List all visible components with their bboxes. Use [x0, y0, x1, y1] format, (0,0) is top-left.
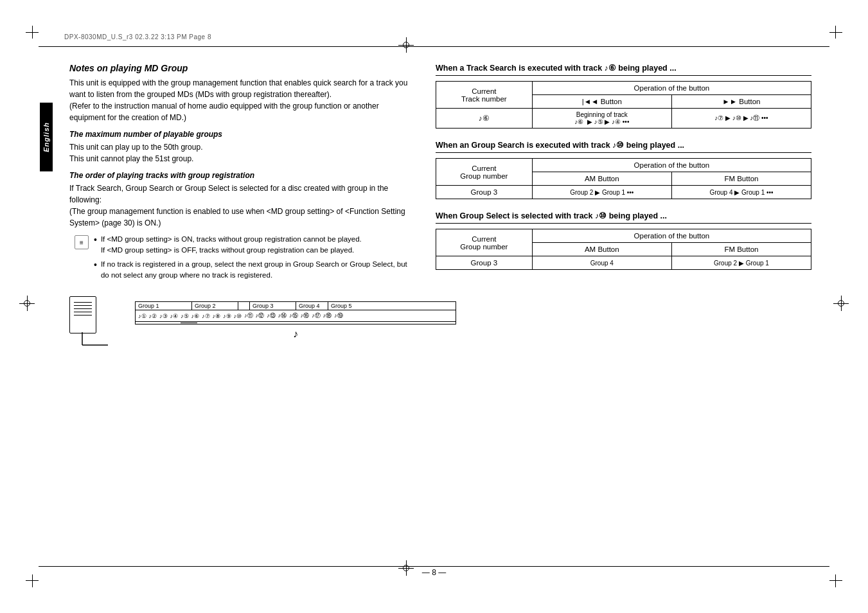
track-12: ♪⑫: [254, 312, 266, 320]
notes-block: ≡ • If <MD group setting> is ON, tracks …: [75, 234, 416, 283]
timeline-header: Group 1 Group 2 Group 3 Group 4 Group 5: [136, 302, 456, 310]
table2-header-current: CurrentGroup number: [436, 159, 533, 186]
track-16: ♪⑯: [299, 312, 311, 320]
track-18: ♪⑱: [322, 312, 333, 320]
table3-section: When Group Select is selected with track…: [436, 211, 811, 270]
left-column: Notes on playing MD Group This unit is e…: [69, 63, 416, 340]
table1-header-fwd: ►► Button: [671, 95, 811, 109]
max-groups-text: This unit can play up to the 50th group.…: [69, 141, 416, 164]
track-diagram-area: Group 1 Group 2 Group 3 Group 4 Group 5 …: [69, 296, 416, 340]
play-arrow-below: ♪: [135, 328, 456, 340]
bullet-1: •: [94, 234, 97, 256]
reg-mark-tl: [26, 26, 45, 45]
track-3: ♪③: [158, 313, 169, 319]
table1-cell-track: ♪⑥: [436, 109, 533, 129]
reg-mark-tr: [823, 26, 842, 45]
table3-row-1: Group 3 Group 4 Group 2 ▶ Group 1: [436, 256, 811, 270]
bullet-2: •: [94, 259, 97, 281]
table1-header-current: CurrentTrack number: [436, 82, 533, 109]
track-19: ♪⑲: [333, 312, 344, 320]
table3-header-am: AM Button: [532, 243, 671, 256]
page-number: — 8 —: [422, 568, 446, 577]
timeline-group-4: Group 4: [296, 302, 328, 310]
track-7: ♪⑦: [200, 313, 211, 319]
track-4: ♪④: [169, 313, 180, 319]
track-11: ♪⑪: [243, 312, 254, 320]
table2-cell-group: Group 3: [436, 186, 533, 199]
intro-text: This unit is equipped with the group man…: [69, 77, 416, 123]
timeline-group-2: Group 2: [192, 302, 238, 310]
header-text: DPX-8030MD_U.S_r3 02.3.22 3:13 PM Page 8: [64, 33, 211, 40]
timeline-container: Group 1 Group 2 Group 3 Group 4 Group 5 …: [135, 301, 456, 340]
disc-lines: [74, 302, 92, 318]
right-column: When a Track Search is executed with tra…: [436, 63, 811, 281]
table3-cell-group: Group 3: [436, 256, 533, 270]
table1: CurrentTrack number Operation of the but…: [436, 81, 811, 129]
crosshair-bottom: [398, 560, 414, 576]
timeline-group-gap: [238, 302, 250, 310]
track-5: ♪⑤: [179, 313, 190, 319]
disc-line-5: [74, 315, 92, 315]
order-playing-text: If Track Search, Group Search or Group S…: [69, 182, 416, 229]
main-content: Notes on playing MD Group This unit is e…: [57, 57, 811, 562]
disc-line-3: [74, 308, 92, 309]
hline-bottom: [39, 566, 829, 567]
disc-box: [69, 296, 96, 333]
table1-cell-rew: Beginning of track♪⑥ ▶ ♪⑤ ▶ ♪④ •••: [532, 109, 671, 129]
note-text-block-1: • If <MD group setting> is ON, tracks wi…: [94, 234, 416, 283]
track-15: ♪⑮: [288, 312, 299, 320]
table2-row-1: Group 3 Group 2 ▶ Group 1 ••• Group 4 ▶ …: [436, 186, 811, 199]
sidebar-english-label: English: [40, 103, 53, 172]
bracket-row: [136, 321, 456, 324]
disc-diagram: Group 1 Group 2 Group 3 Group 4 Group 5 …: [69, 296, 416, 340]
track-8: ♪⑧: [211, 313, 222, 319]
reg-mark-bl: [26, 568, 45, 587]
table2-header-am: AM Button: [532, 172, 671, 186]
table3-header-current: CurrentGroup number: [436, 229, 533, 256]
table3-title: When Group Select is selected with track…: [436, 211, 811, 224]
table3-cell-am: Group 4: [532, 256, 671, 270]
track-17: ♪⑰: [310, 312, 322, 320]
track-10: ♪⑩: [233, 313, 244, 319]
table2-cell-fm: Group 4 ▶ Group 1 •••: [671, 186, 811, 199]
note-icon-1: ≡: [75, 235, 89, 249]
bracket-group-span: [181, 323, 197, 323]
timeline-group-3: Group 3: [250, 302, 296, 310]
table2-cell-am: Group 2 ▶ Group 1 •••: [532, 186, 671, 199]
track-6: ♪⑥: [190, 313, 201, 319]
timeline-group-5: Group 5: [328, 302, 355, 310]
max-groups-title: The maximum number of playable groups: [69, 130, 416, 139]
table1-section: When a Track Search is executed with tra…: [436, 63, 811, 129]
note-row-1: ≡ • If <MD group setting> is ON, tracks …: [75, 234, 416, 283]
table1-cell-fwd: ♪⑦ ▶ ♪⑩ ▶ ♪⑪ •••: [671, 109, 811, 129]
disc-line-2: [74, 305, 92, 306]
crosshair-top: [398, 37, 414, 53]
track-2: ♪②: [148, 313, 159, 319]
disc-line-1: [74, 302, 92, 303]
table1-header-operation: Operation of the button: [532, 82, 811, 95]
table2-title: When an Group Search is executed with tr…: [436, 140, 811, 153]
hline-top: [39, 46, 829, 47]
table1-header-rew: |◄◄ Button: [532, 95, 671, 109]
table1-row-1: ♪⑥ Beginning of track♪⑥ ▶ ♪⑤ ▶ ♪④ ••• ♪⑦…: [436, 109, 811, 129]
table3-header-fm: FM Button: [671, 243, 811, 256]
track-13: ♪⑬: [265, 312, 277, 320]
table2-section: When an Group Search is executed with tr…: [436, 140, 811, 199]
bullet-item-2: • If no track is registered in a group, …: [94, 259, 416, 281]
disc-line-4: [74, 312, 92, 312]
connector-svg: [76, 332, 114, 358]
track-9: ♪⑨: [222, 313, 233, 319]
crosshair-left: [19, 296, 35, 311]
table2: CurrentGroup number Operation of the but…: [436, 158, 811, 199]
table3-header-operation: Operation of the button: [532, 229, 811, 243]
track-1: ♪①: [137, 313, 148, 319]
disc-icon-container: [69, 296, 96, 333]
table2-header-operation: Operation of the button: [532, 159, 811, 172]
track-14: ♪⑭: [277, 312, 288, 320]
table3: CurrentGroup number Operation of the but…: [436, 229, 811, 270]
table3-cell-fm: Group 2 ▶ Group 1: [671, 256, 811, 270]
page-container: DPX-8030MD_U.S_r3 02.3.22 3:13 PM Page 8…: [0, 0, 868, 613]
order-playing-title: The order of playing tracks with group r…: [69, 171, 416, 180]
table1-title: When a Track Search is executed with tra…: [436, 63, 811, 76]
crosshair-right: [833, 296, 849, 311]
